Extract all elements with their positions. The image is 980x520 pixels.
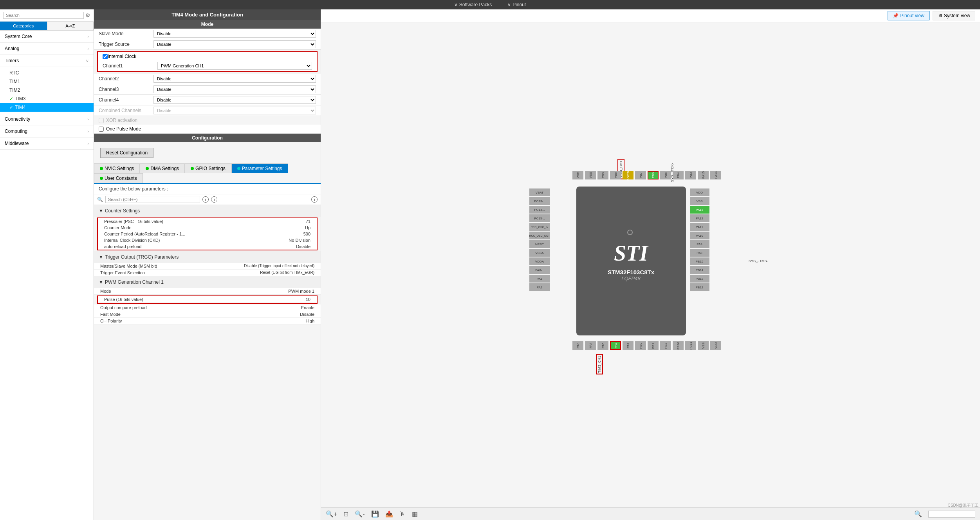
info-button-3[interactable]: i: [311, 196, 318, 203]
pin-pc15[interactable]: PC15-..: [529, 214, 550, 222]
software-packs-menu[interactable]: ∨ Software Packs: [454, 2, 492, 7]
pin-vdd-bottom[interactable]: VDD: [710, 341, 721, 350]
export-icon[interactable]: 📤: [385, 510, 393, 518]
sidebar-item-rtc[interactable]: RTC: [0, 69, 94, 77]
reset-config-button[interactable]: Reset Configuration: [100, 148, 153, 158]
sidebar-item-tim3[interactable]: ✓ TIM3: [0, 94, 94, 103]
pin-pa7[interactable]: PA7: [623, 341, 633, 350]
pin-rcc-osc-in[interactable]: RCC_OSC_IN: [529, 223, 550, 231]
pin-pb4[interactable]: PB4: [673, 171, 684, 179]
sidebar-item-tim4[interactable]: ✓ TIM4: [0, 103, 94, 112]
info-button-1[interactable]: i: [202, 196, 209, 203]
one-pulse-checkbox[interactable]: [99, 127, 104, 132]
pin-pa13[interactable]: PA13: [690, 206, 709, 214]
chip-icon[interactable]: 🖱: [399, 511, 406, 518]
slave-mode-select[interactable]: Disable: [153, 30, 316, 38]
pin-vssa[interactable]: VSSA: [529, 249, 550, 257]
toolbar-search-input[interactable]: [928, 511, 975, 518]
sidebar-item-timers[interactable]: Timers ∨: [0, 55, 94, 67]
pin-vdd-top[interactable]: VDD: [572, 171, 583, 179]
tab-categories[interactable]: Categories: [0, 22, 47, 30]
sidebar-item-computing[interactable]: Computing ›: [0, 125, 94, 138]
pin-vdd-right[interactable]: VDD: [690, 188, 709, 196]
pin-pa2[interactable]: PA2: [529, 283, 550, 291]
trigger-source-select[interactable]: Disable: [153, 40, 316, 48]
internal-clock-checkbox[interactable]: [103, 54, 108, 59]
save-icon[interactable]: 💾: [371, 510, 379, 518]
zoom-in-icon[interactable]: 🔍+: [326, 510, 337, 518]
sidebar-item-system-core[interactable]: System Core ›: [0, 31, 94, 43]
pin-pa0[interactable]: PA0-..: [529, 266, 550, 274]
pin-pc14[interactable]: PC14-..: [529, 206, 550, 214]
pwm-header[interactable]: ▼ PWM Generation Channel 1: [99, 278, 316, 286]
tab-pinout-view[interactable]: 📌 Pinout view: [888, 11, 929, 20]
pin-pb2[interactable]: PB2: [660, 341, 671, 350]
pin-pa9[interactable]: PA9: [690, 240, 709, 248]
channel2-select[interactable]: Disable: [153, 75, 316, 83]
pin-pb11[interactable]: PB11: [685, 341, 696, 350]
pin-pb13[interactable]: PB13: [690, 275, 709, 283]
pin-vss-bottom[interactable]: VSS: [698, 341, 709, 350]
tab-system-view[interactable]: 🖥 System view: [933, 11, 975, 20]
pin-nrst[interactable]: NRST: [529, 240, 550, 248]
tab-gpio-settings[interactable]: GPIO Settings: [185, 163, 231, 173]
trgo-section: ▼ Trigger Output (TRGO) Parameters: [94, 251, 321, 263]
sidebar-item-analog[interactable]: Analog ›: [0, 43, 94, 55]
pin-vss-top[interactable]: VSS: [585, 171, 596, 179]
pin-pa5[interactable]: PA5: [597, 341, 608, 350]
gear-icon[interactable]: ⚙: [85, 12, 90, 18]
pin-pb5[interactable]: PB5: [660, 171, 671, 179]
pin-rcc-osc-out[interactable]: RCC_OSC_OUT: [529, 232, 550, 239]
combined-channels-select[interactable]: Disable: [153, 107, 316, 114]
channel4-select[interactable]: Disable: [153, 96, 316, 104]
tab-dma-settings[interactable]: DMA Settings: [140, 163, 185, 173]
pin-pa11[interactable]: PA11: [690, 223, 709, 231]
tab-parameter-settings[interactable]: Parameter Settings: [231, 163, 288, 173]
pin-pa10[interactable]: PA10: [690, 232, 709, 239]
pin-pb3[interactable]: PB3: [685, 171, 696, 179]
pin-pa14[interactable]: PA14: [710, 171, 721, 179]
xor-checkbox[interactable]: [99, 118, 104, 123]
pin-pb12[interactable]: PB12: [690, 283, 709, 291]
pin-pc13[interactable]: PC13-..: [529, 197, 550, 205]
sidebar-item-tim2[interactable]: TIM2: [0, 86, 94, 94]
pin-pb6[interactable]: PB6: [648, 171, 659, 179]
param-search-input[interactable]: [105, 196, 200, 203]
pin-pa15[interactable]: PA15: [698, 171, 709, 179]
pin-pa6[interactable]: PA6: [610, 341, 621, 350]
pin-pa4[interactable]: PA4: [585, 341, 596, 350]
pinout-menu[interactable]: ∨ Pinout: [507, 2, 526, 7]
search-toolbar-icon[interactable]: 🔍: [914, 510, 922, 518]
pin-boot0[interactable]: BOOT0: [623, 171, 633, 179]
grid-icon[interactable]: ▦: [412, 510, 418, 518]
tab-user-constants[interactable]: User Constants: [94, 173, 143, 183]
info-button-2[interactable]: i: [211, 196, 217, 203]
pin-vbat[interactable]: VBAT: [529, 188, 550, 196]
sidebar-item-connectivity[interactable]: Connectivity ›: [0, 113, 94, 125]
sidebar-search-input[interactable]: [3, 12, 84, 19]
sidebar-item-tim1[interactable]: TIM1: [0, 77, 94, 86]
pin-pb15[interactable]: PB15: [690, 257, 709, 265]
pin-pa1[interactable]: PA1: [529, 275, 550, 283]
pin-pa12[interactable]: PA12: [690, 214, 709, 222]
channel1-select[interactable]: PWM Generation CH1: [157, 62, 312, 70]
pin-vss-right[interactable]: VSS: [690, 197, 709, 205]
fit-icon[interactable]: ⊡: [343, 510, 348, 518]
zoom-out-icon[interactable]: 🔍-: [355, 510, 365, 518]
pin-pb8[interactable]: PB8: [610, 171, 621, 179]
pin-pb10[interactable]: PB10: [673, 341, 684, 350]
pin-pb1[interactable]: PB1: [648, 341, 659, 350]
tab-nvic-settings[interactable]: NVIC Settings: [94, 163, 140, 173]
sidebar-item-middleware[interactable]: Middleware ›: [0, 138, 94, 150]
counter-settings-header[interactable]: ▼ Counter Settings: [99, 207, 316, 215]
trgo-header[interactable]: ▼ Trigger Output (TRGO) Parameters: [99, 253, 316, 261]
pin-vdda[interactable]: VDDA: [529, 257, 550, 265]
pin-pa8[interactable]: PA8: [690, 249, 709, 257]
channel3-select[interactable]: Disable: [153, 85, 316, 93]
pin-pb7[interactable]: PB7: [635, 171, 646, 179]
pin-pb14[interactable]: PB14: [690, 266, 709, 274]
pin-pb0[interactable]: PB0: [635, 341, 646, 350]
tab-atoz[interactable]: A->Z: [47, 22, 94, 30]
pin-pa3[interactable]: PA3: [572, 341, 583, 350]
pin-pb9[interactable]: PB9: [597, 171, 608, 179]
